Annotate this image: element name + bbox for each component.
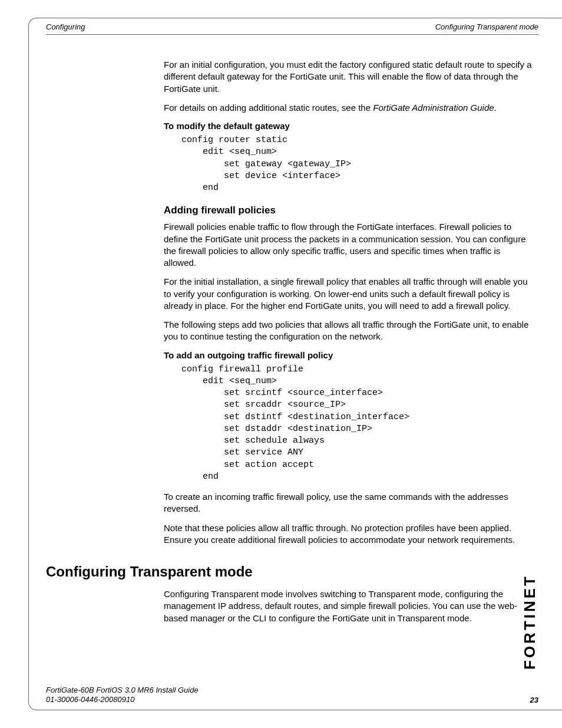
procedure-heading: To add an outgoing traffic firewall poli… <box>164 350 533 360</box>
paragraph: Configuring Transparent mode involves sw… <box>164 588 533 624</box>
code-block: config firewall profile edit <seq_num> s… <box>181 364 533 483</box>
subsection-heading: Adding firewall policies <box>164 205 533 216</box>
paragraph: For the initial installation, a single f… <box>164 276 533 312</box>
paragraph: The following steps add two policies tha… <box>164 319 533 343</box>
footer: FortiGate-60B FortiOS 3.0 MR6 Install Gu… <box>46 686 538 705</box>
footer-docid: 01-30006-0446-20080910 <box>46 695 199 704</box>
paragraph: Note that these policies allow all traff… <box>164 522 533 546</box>
body-column: Configuring Transparent mode involves sw… <box>164 588 533 624</box>
code-block: config router static edit <seq_num> set … <box>181 134 533 194</box>
content: For an initial configuration, you must e… <box>46 59 538 684</box>
brand-logo: FORTINET <box>521 563 538 681</box>
procedure-heading: To modify the default gateway <box>164 121 533 131</box>
page: Configuring Configuring Transparent mode… <box>0 0 562 728</box>
paragraph: To create an incoming traffic firewall p… <box>164 491 533 515</box>
text: For details on adding additional static … <box>164 103 373 113</box>
body-column: For an initial configuration, you must e… <box>164 59 533 546</box>
section-heading: Configuring Transparent mode <box>46 564 538 580</box>
paragraph: Firewall policies enable traffic to flow… <box>164 221 533 269</box>
emphasis: FortiGate Administration Guide <box>373 103 494 113</box>
header-right: Configuring Transparent mode <box>435 22 538 31</box>
brand-text: FORTINET <box>521 574 539 670</box>
paragraph: For details on adding additional static … <box>164 102 533 114</box>
header-rule <box>46 34 538 35</box>
paragraph: For an initial configuration, you must e… <box>164 59 533 95</box>
footer-lines: FortiGate-60B FortiOS 3.0 MR6 Install Gu… <box>46 686 199 705</box>
header-left: Configuring <box>46 22 85 31</box>
text: . <box>494 103 497 113</box>
footer-title: FortiGate-60B FortiOS 3.0 MR6 Install Gu… <box>46 686 199 695</box>
running-head: Configuring Configuring Transparent mode <box>46 22 538 31</box>
page-number: 23 <box>530 696 538 704</box>
